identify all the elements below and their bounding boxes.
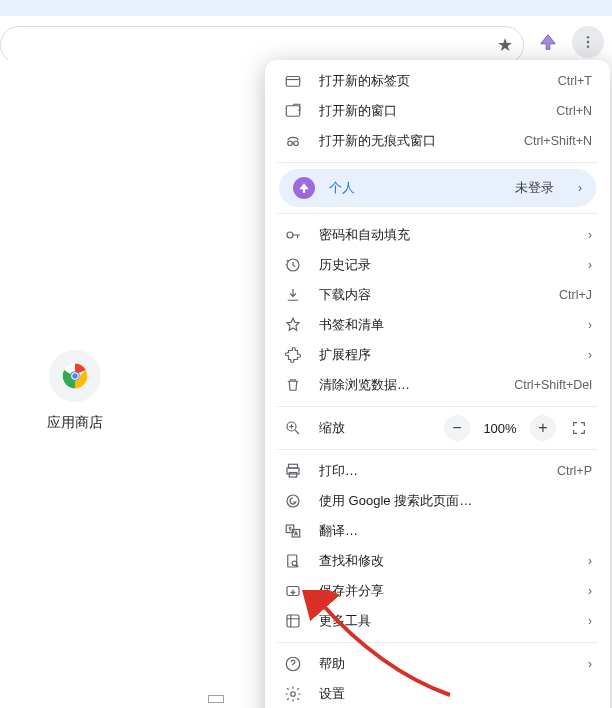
menu-incognito-shortcut: Ctrl+Shift+N	[524, 134, 592, 148]
zoom-value: 100%	[480, 421, 520, 436]
menu-extensions-label: 扩展程序	[319, 346, 562, 364]
chevron-right-icon: ›	[588, 228, 592, 242]
menu-new-window-label: 打开新的窗口	[319, 102, 540, 120]
tools-icon	[283, 612, 303, 630]
menu-zoom-label: 缩放	[319, 419, 428, 437]
window-icon	[283, 102, 303, 120]
separator	[277, 406, 598, 407]
chevron-right-icon: ›	[588, 554, 592, 568]
translate-icon	[283, 522, 303, 540]
menu-clear-data-label: 清除浏览数据…	[319, 376, 498, 394]
fullscreen-button[interactable]	[566, 415, 592, 441]
separator	[277, 162, 598, 163]
store-avatar[interactable]	[49, 350, 101, 402]
history-icon	[283, 256, 303, 274]
more-menu-button[interactable]	[572, 26, 604, 58]
menu-new-tab[interactable]: 打开新的标签页 Ctrl+T	[265, 66, 610, 96]
svg-rect-7	[286, 77, 300, 87]
menu-print[interactable]: 打印… Ctrl+P	[265, 456, 610, 486]
zoom-in-button[interactable]: +	[530, 415, 556, 441]
svg-point-17	[287, 495, 299, 507]
google-icon	[283, 492, 303, 510]
omnibox-wrap: ★	[0, 26, 534, 64]
menu-more-tools[interactable]: 更多工具 ›	[265, 606, 610, 636]
download-icon	[283, 286, 303, 304]
zoom-icon	[283, 419, 303, 437]
key-icon	[283, 226, 303, 244]
menu-downloads[interactable]: 下载内容 Ctrl+J	[265, 280, 610, 310]
menu-find-edit-label: 查找和修改	[319, 552, 562, 570]
menu-save-share[interactable]: 保存并分享 ›	[265, 576, 610, 606]
menu-new-tab-label: 打开新的标签页	[319, 72, 542, 90]
profile-avatar-icon	[293, 177, 315, 199]
chevron-right-icon: ›	[578, 181, 582, 195]
chevron-right-icon: ›	[588, 584, 592, 598]
menu-bookmarks[interactable]: 书签和清单 ›	[265, 310, 610, 340]
menu-new-window-shortcut: Ctrl+N	[556, 104, 592, 118]
chevron-right-icon: ›	[588, 258, 592, 272]
menu-print-shortcut: Ctrl+P	[557, 464, 592, 478]
menu-profile[interactable]: 个人 未登录 ›	[279, 169, 596, 207]
svg-point-2	[587, 45, 589, 47]
chevron-right-icon: ›	[588, 348, 592, 362]
chrome-menu: 打开新的标签页 Ctrl+T 打开新的窗口 Ctrl+N 打开新的无痕式窗口 C…	[265, 60, 610, 708]
menu-zoom: 缩放 − 100% +	[265, 413, 610, 443]
menu-clear-data[interactable]: 清除浏览数据… Ctrl+Shift+Del	[265, 370, 610, 400]
small-indicator	[208, 695, 224, 703]
print-icon	[283, 462, 303, 480]
chevron-right-icon: ›	[588, 614, 592, 628]
svg-rect-8	[286, 106, 300, 117]
help-icon	[283, 655, 303, 673]
incognito-icon	[283, 132, 303, 150]
star-icon	[283, 316, 303, 334]
menu-passwords[interactable]: 密码和自动填充 ›	[265, 220, 610, 250]
menu-history[interactable]: 历史记录 ›	[265, 250, 610, 280]
menu-help-label: 帮助	[319, 655, 562, 673]
menu-find-edit[interactable]: 查找和修改 ›	[265, 546, 610, 576]
bookmark-star-icon[interactable]: ★	[497, 34, 513, 56]
menu-print-label: 打印…	[319, 462, 541, 480]
save-share-icon	[283, 582, 303, 600]
menu-new-window[interactable]: 打开新的窗口 Ctrl+N	[265, 96, 610, 126]
menu-downloads-label: 下载内容	[319, 286, 543, 304]
tab-icon	[283, 72, 303, 90]
gear-icon	[283, 685, 303, 703]
svg-point-6	[72, 373, 77, 378]
trash-icon	[283, 376, 303, 394]
puzzle-icon	[283, 346, 303, 364]
profile-avatar-toolbar[interactable]	[534, 28, 562, 56]
menu-clear-data-shortcut: Ctrl+Shift+Del	[514, 378, 592, 392]
menu-settings[interactable]: 设置	[265, 679, 610, 708]
menu-translate[interactable]: 翻译…	[265, 516, 610, 546]
svg-point-0	[587, 36, 589, 38]
menu-google-search[interactable]: 使用 Google 搜索此页面…	[265, 486, 610, 516]
svg-point-10	[294, 141, 299, 146]
menu-incognito[interactable]: 打开新的无痕式窗口 Ctrl+Shift+N	[265, 126, 610, 156]
zoom-out-button[interactable]: −	[444, 415, 470, 441]
svg-point-9	[288, 141, 293, 146]
menu-translate-label: 翻译…	[319, 522, 592, 540]
svg-rect-23	[287, 615, 299, 627]
menu-incognito-label: 打开新的无痕式窗口	[319, 132, 508, 150]
separator	[277, 642, 598, 643]
menu-extensions[interactable]: 扩展程序 ›	[265, 340, 610, 370]
svg-point-1	[587, 41, 589, 43]
menu-history-label: 历史记录	[319, 256, 562, 274]
menu-profile-status: 未登录	[515, 180, 554, 197]
menu-passwords-label: 密码和自动填充	[319, 226, 562, 244]
svg-point-25	[291, 692, 296, 697]
menu-bookmarks-label: 书签和清单	[319, 316, 562, 334]
chevron-right-icon: ›	[588, 318, 592, 332]
menu-save-share-label: 保存并分享	[319, 582, 562, 600]
svg-point-11	[287, 232, 293, 238]
menu-help[interactable]: 帮助 ›	[265, 649, 610, 679]
omnibox[interactable]: ★	[0, 26, 524, 64]
menu-google-search-label: 使用 Google 搜索此页面…	[319, 492, 592, 510]
menu-downloads-shortcut: Ctrl+J	[559, 288, 592, 302]
menu-settings-label: 设置	[319, 685, 592, 703]
menu-more-tools-label: 更多工具	[319, 612, 562, 630]
separator	[277, 449, 598, 450]
separator	[277, 213, 598, 214]
svg-rect-16	[289, 473, 297, 478]
menu-profile-label: 个人	[329, 179, 501, 197]
